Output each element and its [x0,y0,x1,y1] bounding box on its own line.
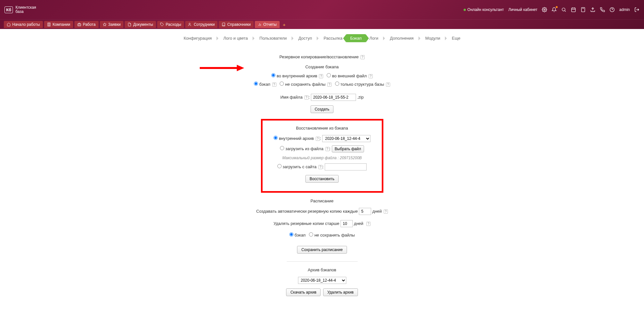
building-icon [47,23,51,26]
chart-icon [258,23,262,26]
cabinet-link[interactable]: Личный кабинет [508,7,537,12]
chevron-right-icon [216,37,218,39]
nav-label: Компании [53,22,70,27]
svg-rect-19 [78,24,81,26]
users-icon [188,23,192,26]
nav-refs[interactable]: Справочники [219,21,254,28]
nav-label: Справочники [227,22,251,27]
chevron-right-icon [418,37,420,39]
svg-point-1 [562,8,565,11]
nav-requests[interactable]: Заявки [100,21,124,28]
help-icon[interactable]: ? [360,55,365,59]
svg-line-2 [565,11,566,12]
subnav-logo[interactable]: Лого и цвета [219,34,252,42]
chevron-right-icon [317,37,319,39]
chevron-right-icon [253,37,255,39]
nav-expenses[interactable]: Расходы [157,21,184,28]
phone-icon[interactable] [600,7,605,12]
bell-icon[interactable] [552,7,557,12]
gear-icon[interactable] [542,7,547,12]
nav-add-tab[interactable]: + [281,21,288,28]
svg-point-0 [544,9,545,10]
subnav-config[interactable]: Конфигурация [180,34,216,42]
subnav-backup[interactable]: Бэкап [346,34,365,42]
brand-logo: Кб [5,6,13,13]
chevron-right-icon [383,37,385,39]
file-icon [128,23,131,26]
svg-marker-20 [103,23,106,26]
svg-rect-16 [48,23,50,26]
nav-work[interactable]: Работа [74,21,99,28]
chevron-right-icon [292,37,293,39]
nav-label: Документы [133,22,153,27]
svg-marker-26 [237,65,244,71]
brand-name: Клиентскаябаза [15,5,36,14]
user-link[interactable]: admin [619,7,630,12]
main-nav: Начало работы Компании Работа Заявки Док… [0,19,644,29]
subnav-mail[interactable]: Рассылка [320,34,346,42]
online-dot-icon [464,9,466,11]
search-icon[interactable] [561,7,566,12]
backup-page: Резервное копирование/восстановление ? С… [0,42,644,309]
subnav-access[interactable]: Доступ [294,34,316,42]
svg-point-21 [189,23,190,24]
nav-companies[interactable]: Компании [44,21,73,28]
nav-label: Работа [83,22,96,27]
brand: Кб Клиентскаябаза [5,5,36,14]
svg-rect-3 [572,8,575,12]
tag-icon [160,23,164,26]
online-consultant-label: Онлайн консультант [467,7,504,12]
subnav-more[interactable]: Еще [448,34,464,42]
briefcase-icon [77,23,81,26]
nav-reports[interactable]: Отчеты [255,21,279,28]
nav-employees[interactable]: Сотрудники [185,21,217,28]
calendar-icon[interactable] [571,7,576,12]
subnav-users[interactable]: Пользователи [255,34,291,42]
nav-label: Отчеты [263,22,276,27]
arrow-annotation [200,64,644,309]
subnav-addons[interactable]: Дополнения [386,34,418,42]
help-icon[interactable] [610,7,615,12]
nav-label: Заявки [108,22,121,27]
book-icon [222,23,226,26]
page-title-text: Резервное копирование/восстановление [279,54,359,59]
calculator-icon[interactable] [581,7,586,12]
chevron-right-icon [445,37,447,39]
logout-icon[interactable] [634,7,639,12]
star-icon [103,23,107,26]
nav-label: Начало работы [12,22,40,27]
online-consultant-link[interactable]: Онлайн консультант [464,7,504,12]
page-title: Резервное копирование/восстановление ? [0,54,644,59]
nav-docs[interactable]: Документы [125,21,156,28]
settings-subnav: Конфигурация Лого и цвета Пользователи Д… [0,34,644,42]
nav-start[interactable]: Начало работы [4,21,43,28]
subnav-logs[interactable]: Логи [366,34,382,42]
subnav-modules[interactable]: Модули [421,34,444,42]
upload-icon[interactable] [590,7,595,12]
home-icon [7,23,11,26]
nav-label: Расходы [166,22,181,27]
nav-label: Сотрудники [194,22,215,27]
topbar-right: Онлайн консультант Личный кабинет admin [464,7,639,12]
topbar: Кб Клиентскаябаза Онлайн консультант Лич… [0,0,644,19]
